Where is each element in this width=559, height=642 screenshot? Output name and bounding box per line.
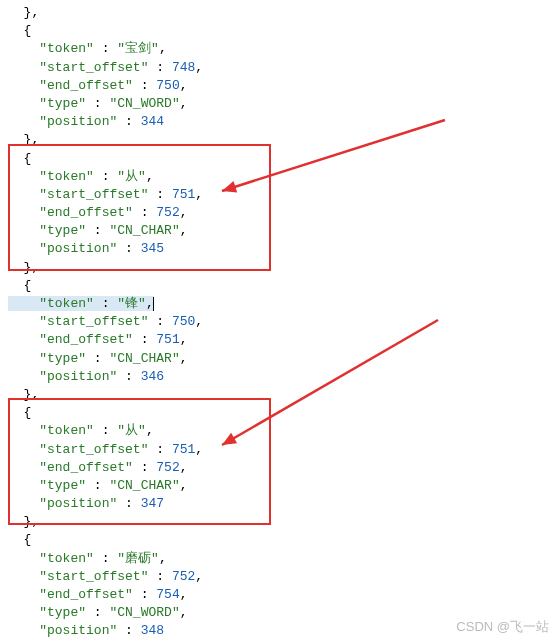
code-line: "end_offset" : 752, [8,459,551,477]
code-line: "end_offset" : 752, [8,204,551,222]
code-line: { [8,22,551,40]
code-line: "token" : "宝剑", [8,40,551,58]
code-line: "start_offset" : 748, [8,59,551,77]
code-line: "token" : "磨砺", [8,550,551,568]
code-line: "position" : 345 [8,240,551,258]
code-view: }, { "token" : "宝剑", "start_offset" : 74… [8,4,551,642]
code-line: "end_offset" : 751, [8,331,551,349]
watermark: CSDN @飞一站 [456,618,549,636]
code-line: "token" : "锋", [8,295,551,313]
code-line: "token" : "从", [8,168,551,186]
code-line: }, [8,386,551,404]
code-line: "type" : "CN_CHAR", [8,350,551,368]
code-line: }, [8,4,551,22]
code-line: { [8,277,551,295]
code-line: }, [8,513,551,531]
code-line: "position" : 347 [8,495,551,513]
code-line: "start_offset" : 752, [8,568,551,586]
code-line: }, [8,259,551,277]
code-line: "end_offset" : 750, [8,77,551,95]
code-line: "start_offset" : 751, [8,441,551,459]
code-line: "token" : "从", [8,422,551,440]
code-line: "type" : "CN_CHAR", [8,222,551,240]
code-line: "end_offset" : 754, [8,586,551,604]
code-line: { [8,531,551,549]
code-line: "position" : 346 [8,368,551,386]
code-line: "type" : "CN_CHAR", [8,477,551,495]
code-line: { [8,404,551,422]
code-line: }, [8,131,551,149]
code-line: "position" : 344 [8,113,551,131]
code-line: { [8,150,551,168]
code-line: "start_offset" : 750, [8,313,551,331]
code-line: "type" : "CN_WORD", [8,95,551,113]
code-line: "start_offset" : 751, [8,186,551,204]
